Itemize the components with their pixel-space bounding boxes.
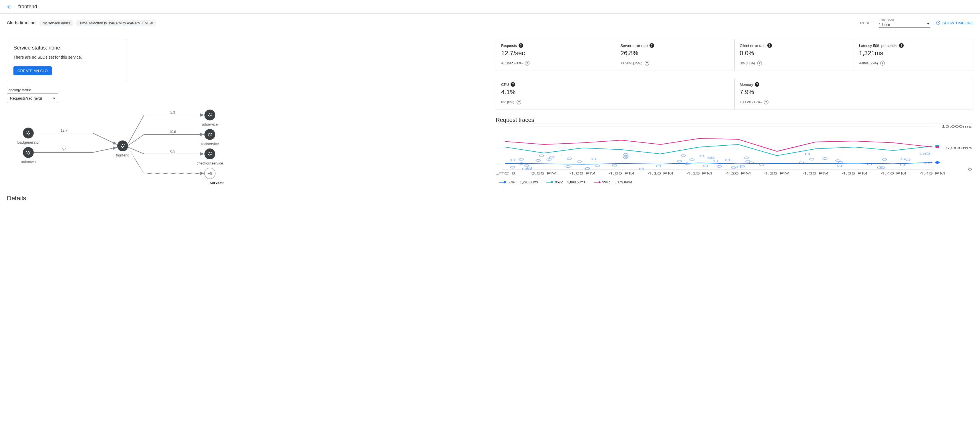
topology-node-cartservice[interactable]: cartservice	[201, 129, 219, 146]
edge-label: 10.6	[169, 130, 176, 134]
metric-delta: +0.17% (+2%)	[740, 100, 762, 104]
topology-node-more-services[interactable]: +5 services	[204, 168, 224, 185]
svg-text:4:15 PM: 4:15 PM	[686, 172, 712, 175]
legend-item-95[interactable]: 95%: 3,888.53ms	[546, 180, 585, 184]
metric-title: Requests	[501, 43, 517, 48]
topology-graph[interactable]: 12.7 0.0 5.3 10.6 0.5 loadgenerator	[7, 106, 484, 189]
metric-row-2: CPU? 4.1% 0% (0%)? Memory? 7.9% +0.17% (…	[496, 78, 973, 110]
legend-item-50[interactable]: 50%: 1,295.36ms	[499, 180, 538, 184]
svg-text:4:30 PM: 4:30 PM	[803, 172, 829, 175]
help-icon[interactable]: ?	[511, 82, 515, 87]
svg-point-71	[624, 155, 628, 157]
help-icon[interactable]: ?	[645, 61, 649, 65]
alerts-chip-time-selection: Time selection is 3:46 PM to 4:46 PM GMT…	[76, 20, 156, 26]
y-axis-label: 0	[968, 168, 972, 171]
svg-text:adservice: adservice	[202, 122, 218, 126]
topology-node-checkoutservice[interactable]: checkoutservice	[196, 149, 223, 165]
help-icon[interactable]: ?	[755, 82, 759, 87]
help-icon[interactable]: ?	[764, 100, 768, 104]
help-icon[interactable]: ?	[525, 61, 530, 65]
metric-value: 4.1%	[501, 88, 729, 96]
alerts-chip-no-alerts: No service alerts	[39, 20, 73, 26]
topology-node-unknown[interactable]: unknown	[21, 147, 36, 164]
clock-icon	[936, 20, 940, 26]
svg-text:unknown: unknown	[21, 160, 36, 164]
svg-point-85	[882, 158, 886, 160]
svg-point-68	[925, 153, 930, 155]
help-icon[interactable]: ?	[519, 43, 523, 48]
svg-text:4:10 PM: 4:10 PM	[648, 172, 673, 175]
help-icon[interactable]: ?	[880, 61, 885, 65]
svg-point-73	[823, 158, 827, 160]
request-traces-chart[interactable]: 10,000ms 5,000ms 0 UTC-83:55 PM4:00 PM4:…	[496, 123, 973, 179]
metric-card-memory: Memory? 7.9% +0.17% (+2%)?	[735, 78, 973, 110]
svg-text:UTC-8: UTC-8	[496, 172, 515, 175]
help-icon[interactable]: ?	[517, 100, 521, 104]
metric-delta: +1.28% (+5%)	[620, 61, 643, 65]
svg-point-86	[677, 160, 681, 162]
metric-card-requests: Requests? 12.7/sec -0.1/sec (-1%)?	[496, 39, 615, 71]
svg-point-11	[117, 141, 128, 151]
y-axis-label: 5,000ms	[945, 146, 972, 150]
service-status-title: Service status: none	[13, 45, 120, 51]
timespan-value: 1 hour	[879, 22, 930, 27]
service-status-desc: There are no SLOs set for this service.	[13, 55, 120, 59]
svg-text:checkoutservice: checkoutservice	[196, 161, 223, 165]
metric-delta: -0.1/sec (-1%)	[501, 61, 523, 65]
svg-text:services: services	[210, 180, 224, 185]
topology-node-loadgenerator[interactable]: loadgenerator	[17, 128, 40, 144]
svg-point-15	[204, 129, 215, 140]
legend-item-99[interactable]: 99%: 6,179.84ms	[594, 180, 632, 184]
svg-point-101	[504, 181, 506, 184]
show-timeline-label: SHOW TIMELINE	[942, 21, 973, 25]
svg-text:4:40 PM: 4:40 PM	[880, 172, 906, 175]
svg-point-78	[639, 168, 644, 170]
topology-node-adservice[interactable]: adservice	[202, 110, 218, 126]
svg-point-61	[549, 156, 554, 158]
show-timeline-button[interactable]: SHOW TIMELINE	[936, 20, 973, 26]
svg-text:3:55 PM: 3:55 PM	[531, 172, 557, 175]
metric-value: 26.8%	[620, 50, 729, 57]
metric-value: 0.0%	[740, 50, 848, 57]
metric-delta: -68ms (-5%)	[859, 61, 878, 65]
metric-card-cpu: CPU? 4.1% 0% (0%)?	[496, 78, 735, 110]
svg-point-84	[612, 164, 617, 166]
metric-delta: 0% (+1%)	[740, 61, 755, 65]
topology-metric-select[interactable]: Requests/sec (avg) ▾	[7, 93, 58, 103]
svg-point-70	[681, 155, 685, 157]
edge-label: 0.0	[62, 148, 67, 152]
timespan-label: Time Span	[879, 18, 930, 22]
edge-label: 12.7	[60, 128, 67, 133]
svg-text:loadgenerator: loadgenerator	[17, 140, 40, 144]
chart-legend: 50%: 1,295.36ms 95%: 3,888.53ms 99%: 6,1…	[496, 179, 973, 185]
metric-title: CPU	[501, 82, 509, 87]
svg-point-39	[901, 158, 905, 160]
svg-point-47	[920, 153, 924, 155]
svg-point-94	[760, 164, 764, 166]
metric-card-latency: Latency 50th percentile? 1,321ms -68ms (…	[854, 39, 973, 71]
timespan-select[interactable]: Time Span 1 hour ▾	[879, 18, 930, 28]
help-icon[interactable]: ?	[899, 43, 904, 48]
topology-node-frontend[interactable]: frontend	[116, 141, 129, 157]
svg-point-87	[511, 159, 515, 161]
help-icon[interactable]: ?	[767, 43, 772, 48]
metric-title: Memory	[740, 82, 753, 87]
reset-button[interactable]: RESET	[860, 21, 873, 25]
svg-point-13	[204, 110, 215, 120]
svg-point-96	[725, 159, 730, 161]
help-icon[interactable]: ?	[649, 43, 654, 48]
request-traces-title: Request traces	[496, 117, 973, 123]
metric-delta: 0% (0%)	[501, 100, 514, 104]
svg-rect-103	[551, 181, 553, 183]
metric-row-1: Requests? 12.7/sec -0.1/sec (-1%)? Serve…	[496, 39, 973, 71]
metric-card-client-error: Client error rate? 0.0% 0% (+1%)?	[735, 39, 854, 71]
help-icon[interactable]: ?	[757, 61, 762, 65]
svg-text:frontend: frontend	[116, 153, 129, 157]
svg-point-97	[935, 161, 940, 164]
topology-metric-label: Topology Metric	[7, 88, 484, 92]
svg-point-75	[519, 158, 523, 160]
back-button[interactable]	[5, 2, 14, 11]
svg-point-64	[690, 158, 694, 160]
svg-point-88	[522, 168, 527, 170]
create-slo-button[interactable]: CREATE AN SLO	[13, 66, 52, 75]
